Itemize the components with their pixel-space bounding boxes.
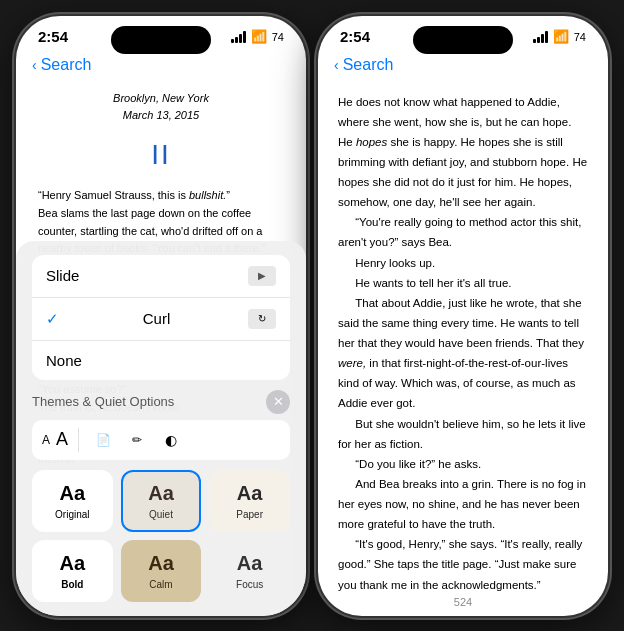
nav-bar-right: ‹ Search: [318, 52, 608, 80]
dynamic-island-right: [413, 26, 513, 54]
phones-container: 2:54 📶 74 ‹ Search Brooklyn,: [16, 16, 608, 616]
reading-p8: And Bea breaks into a grin. There is no …: [338, 474, 588, 534]
page-number: 524: [318, 592, 608, 616]
signal-icon-right: [533, 31, 548, 43]
theme-bold-label: Bold: [61, 579, 83, 590]
slide-label: Slide: [46, 267, 79, 284]
none-label: None: [46, 352, 82, 369]
theme-paper[interactable]: Aa Paper: [209, 470, 290, 532]
theme-paper-label: Paper: [236, 509, 263, 520]
reading-p7: “Do you like it?” he asks.: [338, 454, 588, 474]
theme-bold[interactable]: Aa Bold: [32, 540, 113, 602]
theme-original-label: Original: [55, 509, 89, 520]
slide-option-none[interactable]: None: [32, 341, 290, 380]
back-button-left[interactable]: ‹ Search: [32, 56, 290, 74]
back-button-right[interactable]: ‹ Search: [334, 56, 592, 74]
theme-quiet-label: Quiet: [149, 509, 173, 520]
theme-focus-label: Focus: [236, 579, 263, 590]
font-controls-row: A A 📄 ✏ ◐: [32, 420, 290, 460]
chevron-left-icon: ‹: [32, 57, 37, 73]
close-button[interactable]: ✕: [266, 390, 290, 414]
overlay-panel: Slide ▶ ✓ Curl ↻ None Themes & Quiet Opt…: [16, 241, 306, 616]
font-icon-2[interactable]: ✏: [123, 426, 151, 454]
nav-bar-left: ‹ Search: [16, 52, 306, 80]
theme-grid: Aa Original Aa Quiet Aa Paper Aa Bold Aa: [32, 470, 290, 602]
slide-option-curl[interactable]: ✓ Curl ↻: [32, 298, 290, 341]
dynamic-island: [111, 26, 211, 54]
font-icon-1[interactable]: 📄: [89, 426, 117, 454]
reading-p5: That about Addie, just like he wrote, th…: [338, 293, 588, 414]
reading-content: He does not know what happened to Addie,…: [318, 80, 608, 592]
reading-p4: He wants to tell her it's all true.: [338, 273, 588, 293]
slide-option-slide[interactable]: Slide ▶: [32, 255, 290, 298]
time-left: 2:54: [38, 28, 68, 45]
reading-p6: But she wouldn't believe him, so he lets…: [338, 414, 588, 454]
theme-focus[interactable]: Aa Focus: [209, 540, 290, 602]
theme-paper-aa: Aa: [237, 482, 263, 505]
wifi-icon: 📶: [251, 29, 267, 44]
status-icons-right: 📶 74: [533, 29, 586, 44]
font-large-a[interactable]: A: [56, 429, 68, 450]
book-paragraph-1: “Henry Samuel Strauss, this is bullshit.…: [38, 187, 284, 205]
theme-calm-label: Calm: [149, 579, 172, 590]
curl-label: Curl: [143, 310, 171, 327]
wifi-icon-right: 📶: [553, 29, 569, 44]
slide-options: Slide ▶ ✓ Curl ↻ None: [32, 255, 290, 380]
right-phone: 2:54 📶 74 ‹ Search He does not know what: [318, 16, 608, 616]
chevron-left-icon-right: ‹: [334, 57, 339, 73]
reading-p2: “You're really going to method actor thi…: [338, 212, 588, 252]
theme-calm-aa: Aa: [148, 552, 174, 575]
theme-original-aa: Aa: [60, 482, 86, 505]
curl-icon: ↻: [248, 309, 276, 329]
font-icon-3[interactable]: ◐: [157, 426, 185, 454]
themes-section-label: Themes & Quiet Options: [32, 394, 174, 409]
theme-focus-aa: Aa: [237, 552, 263, 575]
battery-right: 74: [574, 31, 586, 43]
font-small-a[interactable]: A: [42, 433, 50, 447]
check-icon: ✓: [46, 310, 59, 328]
time-right: 2:54: [340, 28, 370, 45]
slide-icon: ▶: [248, 266, 276, 286]
book-location: Brooklyn, New York March 13, 2015: [38, 90, 284, 125]
chapter-number: II: [38, 133, 284, 178]
status-icons-left: 📶 74: [231, 29, 284, 44]
theme-bold-aa: Aa: [60, 552, 86, 575]
theme-quiet[interactable]: Aa Quiet: [121, 470, 202, 532]
reading-text: He does not know what happened to Addie,…: [338, 92, 588, 592]
back-label-left: Search: [41, 56, 92, 74]
signal-icon: [231, 31, 246, 43]
theme-original[interactable]: Aa Original: [32, 470, 113, 532]
reading-p3: Henry looks up.: [338, 253, 588, 273]
battery-left: 74: [272, 31, 284, 43]
back-label-right: Search: [343, 56, 394, 74]
reading-p9: “It's good, Henry,” she says. “It's real…: [338, 534, 588, 591]
left-phone: 2:54 📶 74 ‹ Search Brooklyn,: [16, 16, 306, 616]
themes-header: Themes & Quiet Options ✕: [32, 390, 290, 414]
reading-p1: He does not know what happened to Addie,…: [338, 92, 588, 213]
theme-quiet-aa: Aa: [148, 482, 174, 505]
separator-1: [78, 428, 79, 452]
theme-calm[interactable]: Aa Calm: [121, 540, 202, 602]
